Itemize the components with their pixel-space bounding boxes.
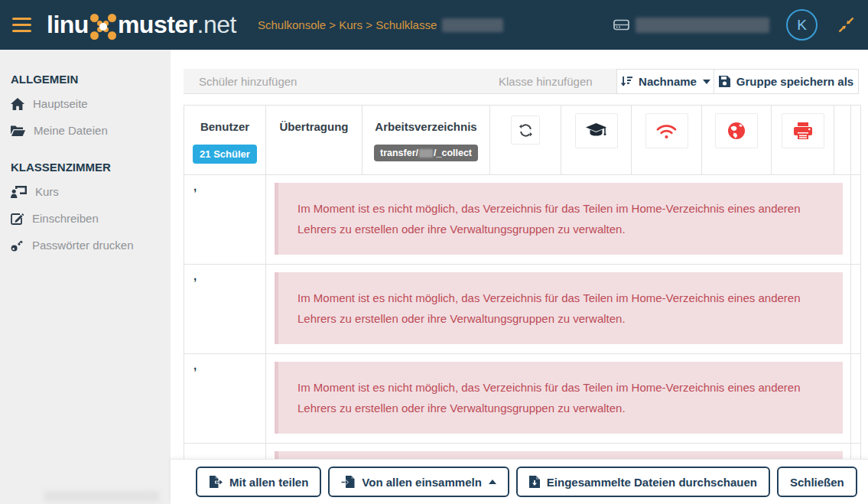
student-name: , [193,269,197,282]
table-row: Im Moment ist es nicht möglich, das Verz… [184,444,861,460]
chalkboard-user-icon [11,186,27,198]
navbar-right-group: K [613,9,854,41]
file-download-icon [529,476,540,488]
share-all-button[interactable]: Mit allen teilen [196,467,321,497]
row-tail-cell [851,265,861,354]
redacted-path-segment [419,149,433,158]
linuxmuster-logo[interactable]: linu muster .net [47,11,236,39]
table-row: , Im Moment ist es nicht möglich, das Ve… [184,265,861,354]
message-cell: Im Moment ist es nicht möglich, das Verz… [266,265,851,354]
logo-text-linu: linu [47,11,89,39]
sidebar-item-einschreiben[interactable]: Einschreiben [0,205,171,232]
message-cell: Im Moment ist es nicht möglich, das Verz… [266,354,851,444]
add-class-input[interactable] [486,69,617,94]
col-internet [702,106,772,175]
student-name-cell: , [184,354,266,444]
globe-icon [727,122,746,140]
main-panel: Nachname Gruppe speichern als Benutz [171,50,868,504]
printer-icon [794,122,812,139]
close-label: Schließen [790,476,844,489]
error-alert-text: Im Moment ist es nicht möglich, das Verz… [297,202,801,236]
sort-button[interactable]: Nachname [616,69,714,94]
sidebar-item-label: Meine Dateien [34,124,108,137]
logo-text-muster: muster [118,11,197,39]
wifi-icon [656,123,677,139]
col-teacher [561,106,632,175]
edit-icon [11,212,24,225]
sidebar-item-kurs[interactable]: Kurs [0,178,171,205]
compress-icon[interactable] [838,17,854,33]
sidebar-section-klassenzimmer: KLASSENZIMMER [11,161,171,174]
sidebar-item-meine-dateien[interactable]: Meine Dateien [0,117,171,144]
redacted-server-name [636,18,769,33]
sort-label: Nachname [639,75,697,88]
row-tail-cell [851,175,861,265]
student-name-cell [184,444,266,460]
add-student-input[interactable] [184,69,486,94]
collect-all-label: Von allen einsammeln [362,476,481,489]
row-tail-cell [851,444,861,460]
save-group-label: Gruppe speichern als [736,75,853,88]
student-name-cell: , [184,175,266,265]
sidebar: ALLGEMEIN Hauptseite Meine Dateien KLASS… [0,50,171,504]
server-icon [613,18,629,31]
col-print [772,106,834,175]
students-table: Benutzer 21 Schüler Übertragung Arbeitsv… [184,105,861,459]
footer-bar: Mit allen teilen Von allen einsammeln Ei… [171,459,868,504]
col-refresh [490,106,561,175]
error-alert: Im Moment ist es nicht möglich, das Verz… [275,272,843,344]
close-button[interactable]: Schließen [777,467,857,497]
save-group-button[interactable]: Gruppe speichern als [714,69,859,94]
table-header-row: Benutzer 21 Schüler Übertragung Arbeitsv… [184,106,861,175]
col-spacer-1 [834,106,851,175]
row-tail-cell [851,354,861,444]
sidebar-item-label: Kurs [35,185,59,198]
browse-collected-button[interactable]: Eingesammelte Dateien durchschauen [516,467,770,497]
logo-text-net: .net [197,11,236,39]
wifi-button[interactable] [645,113,688,148]
col-arbeitsverzeichnis: Arbeitsverzeichnis transfer/ /_collect [362,106,490,175]
redacted-class-name [442,18,503,32]
error-alert: Im Moment ist es nicht möglich, das Verz… [275,362,843,434]
internet-button[interactable] [715,113,758,148]
collect-all-button[interactable]: Von allen einsammeln [328,467,509,497]
col-uebertragung-label: Übertragung [266,120,362,133]
error-alert-text: Im Moment ist es nicht möglich, das Verz… [297,291,801,325]
file-export-icon [209,476,223,488]
graduation-cap-icon [586,123,606,138]
breadcrumb[interactable]: Schulkonsole > Kurs > Schulklasse [258,18,503,32]
user-avatar[interactable]: K [786,9,818,41]
key-icon [11,239,24,252]
table-row: , Im Moment ist es nicht möglich, das Ve… [184,175,861,265]
sidebar-item-passwoerter-drucken[interactable]: Passwörter drucken [0,232,171,259]
teacher-button[interactable] [575,113,618,148]
home-icon [11,98,24,110]
student-name-cell: , [184,265,266,354]
error-alert: Im Moment ist es nicht möglich, das Verz… [275,183,843,255]
print-button[interactable] [782,113,824,148]
student-name: , [193,180,197,193]
sidebar-section-allgemein: ALLGEMEIN [11,73,171,86]
breadcrumb-text: Schulkonsole > Kurs > Schulklasse [258,18,437,31]
top-navbar: linu muster .net Schulkonsole > Kurs > S… [0,0,868,50]
menu-toggle-icon[interactable] [12,14,31,36]
student-count-badge: 21 Schüler [193,145,257,164]
toolbar: Nachname Gruppe speichern als [184,69,860,94]
refresh-button[interactable] [511,115,540,145]
message-cell: Im Moment ist es nicht möglich, das Verz… [266,175,851,265]
sidebar-item-hauptseite[interactable]: Hauptseite [0,90,171,117]
caret-down-icon [703,80,710,84]
students-table-wrap: Benutzer 21 Schüler Übertragung Arbeitsv… [184,105,862,459]
folder-open-icon [11,125,25,136]
caret-up-icon [489,480,496,484]
sort-amount-icon [620,76,632,87]
path-prefix: transfer/ [380,148,418,158]
redacted-status-text [44,491,159,502]
refresh-icon [519,124,532,137]
working-directory-badge: transfer/ /_collect [374,145,478,161]
share-all-label: Mit allen teilen [229,476,308,489]
file-import-icon [341,476,355,488]
table-row: , Im Moment ist es nicht möglich, das Ve… [184,354,861,444]
error-alert-text: Im Moment ist es nicht möglich, das Verz… [297,381,801,415]
sidebar-item-label: Einschreiben [32,212,99,225]
